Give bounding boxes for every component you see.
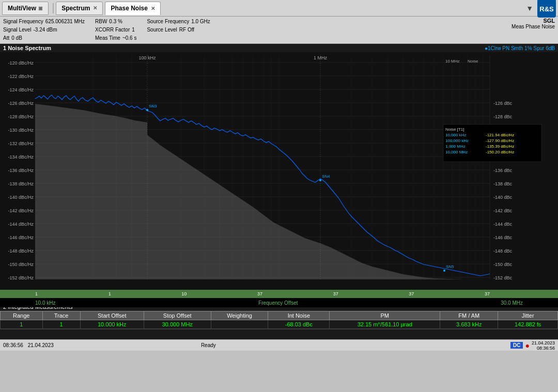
- svg-marker-81: [35, 104, 490, 279]
- tab-spectrum[interactable]: Spectrum ✕: [56, 2, 103, 15]
- tab-multiview[interactable]: MultiView ▣: [2, 2, 49, 15]
- svg-text:-127.90 dBc/Hz: -127.90 dBc/Hz: [486, 138, 514, 143]
- svg-text:-144 dBc/Hz: -144 dBc/Hz: [8, 222, 34, 227]
- svg-text:100 kHz: 100 kHz: [138, 55, 156, 60]
- svg-text:-152 dBc/Hz: -152 dBc/Hz: [8, 275, 34, 280]
- meas-time-label: Meas Time: [95, 34, 120, 42]
- meas-value-text: Phase Noise: [525, 24, 555, 29]
- svg-text:-126 dBc/Hz: -126 dBc/Hz: [8, 101, 34, 106]
- svg-text:-124 dBc/Hz: -124 dBc/Hz: [8, 87, 34, 92]
- info-col-mode: SGL Meas Phase Noise: [512, 18, 555, 29]
- meas-label-text: Meas: [512, 24, 524, 29]
- measurements-table: Range Trace Start Offset Stop Offset Wei…: [0, 311, 558, 329]
- xcorr-label: XCORR Factor: [95, 26, 130, 34]
- cell-fm-am: 3.683 kHz: [440, 320, 498, 329]
- svg-text:10,000 kHz: 10,000 kHz: [445, 133, 466, 137]
- bottom-date: 21.04.2023: [28, 342, 54, 348]
- empty-row-area: [0, 329, 558, 339]
- svg-text:-140 dBc/Hz: -140 dBc/Hz: [8, 195, 34, 200]
- trace-label: ●1Clrw PN Smth 1% Spur 6dB: [485, 45, 555, 51]
- tab-phase-noise-close[interactable]: ✕: [151, 6, 155, 11]
- freq-marker-37a: 37: [257, 291, 262, 296]
- dropdown-arrow[interactable]: ▼: [526, 4, 533, 12]
- svg-text:-138 dBc/Hz: -138 dBc/Hz: [8, 181, 34, 186]
- att-label: Att: [3, 34, 9, 42]
- freq-bar: 1 1 10 37 37 37 37: [0, 290, 558, 298]
- col-trace: Trace: [42, 311, 80, 320]
- svg-text:-138 dBc: -138 dBc: [493, 181, 513, 186]
- source-level-label: Source Level: [147, 26, 177, 34]
- tab-phase-noise[interactable]: Phase Noise ✕: [105, 2, 160, 15]
- tab-phase-noise-label: Phase Noise: [111, 5, 147, 12]
- cell-start-offset: 10.000 kHz: [80, 320, 144, 329]
- freq-marker-37c: 37: [409, 291, 414, 296]
- status-date: 21.04.2023: [532, 340, 555, 346]
- tab-spectrum-close[interactable]: ✕: [93, 5, 97, 11]
- xcorr-value: 1: [132, 26, 135, 34]
- cell-weighting: [211, 320, 268, 329]
- x-axis-start: 10.0 kHz: [35, 300, 55, 306]
- svg-point-85: [319, 179, 321, 181]
- chart-title-bar: 1 Noise Spectrum ●1Clrw PN Smth 1% Spur …: [0, 44, 558, 52]
- svg-text:-152 dBc: -152 dBc: [493, 275, 513, 280]
- tab-multiview-label: MultiView: [8, 5, 36, 12]
- cell-int-noise: -68.03 dBc: [268, 320, 330, 329]
- chart-container: 1 Noise Spectrum ●1Clrw PN Smth 1% Spur …: [0, 44, 558, 302]
- chart-title: 1 Noise Spectrum: [3, 45, 51, 51]
- signal-dot: ●: [525, 341, 529, 350]
- status-time: 08:36:56: [537, 346, 555, 351]
- signal-freq-label: Signal Frequency: [3, 18, 43, 26]
- x-axis-label: Frequency Offset: [258, 300, 298, 306]
- tab-divider: [53, 3, 54, 13]
- status-bar: 08:36:56 21.04.2023 Ready DC ● 21.04.202…: [0, 339, 558, 351]
- signal-level-value: -3.24 dBm: [33, 26, 57, 34]
- svg-text:SN4: SN4: [322, 174, 330, 179]
- svg-text:-142 dBc: -142 dBc: [493, 208, 513, 213]
- tab-bar: MultiView ▣ Spectrum ✕ Phase Noise ✕ ▼ R…: [0, 0, 558, 17]
- source-level-value: RF Off: [179, 26, 194, 34]
- svg-text:-126 dBc: -126 dBc: [493, 101, 513, 106]
- status-right: DC ● 21.04.2023 08:36:56: [510, 340, 555, 351]
- svg-text:10 MHz: 10 MHz: [445, 59, 460, 64]
- x-axis-end: 30.0 MHz: [501, 300, 523, 306]
- info-bar: Signal Frequency 625.006231 MHz Signal L…: [0, 17, 558, 44]
- info-col-rbw: RBW 0.3 % XCORR Factor 1 Meas Time ~0.6 …: [95, 18, 136, 42]
- source-freq-label: Source Frequency: [147, 18, 189, 26]
- freq-marker-1b: 1: [109, 291, 111, 296]
- svg-text:-120 dBc/Hz: -120 dBc/Hz: [8, 60, 34, 66]
- signal-level-label: Signal Level: [3, 26, 31, 34]
- chart-svg: -120 dBc/Hz -122 dBc/Hz -124 dBc/Hz -126…: [0, 52, 558, 290]
- cell-stop-offset: 30.000 MHz: [144, 320, 211, 329]
- signal-freq-value: 625.006231 MHz: [45, 18, 85, 26]
- status-datetime: 21.04.2023 08:36:56: [532, 340, 555, 351]
- rbw-value: 0.3 %: [109, 18, 122, 26]
- tab-spectrum-label: Spectrum: [61, 5, 90, 12]
- svg-text:-140 dBc: -140 dBc: [493, 195, 513, 200]
- col-fm-am: FM / AM: [440, 311, 498, 320]
- col-weighting: Weighting: [211, 311, 268, 320]
- svg-text:-144 dBc: -144 dBc: [493, 222, 513, 227]
- svg-text:-148 dBc/Hz: -148 dBc/Hz: [8, 248, 34, 254]
- svg-text:R&S: R&S: [539, 5, 554, 13]
- freq-bar-labels: 1 1 10 37 37 37 37: [35, 291, 490, 296]
- svg-text:-150 dBc: -150 dBc: [493, 262, 513, 267]
- col-int-noise: Int Noise: [268, 311, 330, 320]
- col-pm: PM: [330, 311, 440, 320]
- svg-text:-146 dBc: -146 dBc: [493, 235, 513, 240]
- info-col-source: Source Frequency 1.0 GHz Source Level RF…: [147, 18, 210, 34]
- svg-text:-122 dBc/Hz: -122 dBc/Hz: [8, 74, 34, 79]
- freq-marker-37b: 37: [333, 291, 338, 296]
- svg-text:-130 dBc/Hz: -130 dBc/Hz: [8, 128, 34, 133]
- rs-logo: R&S: [537, 0, 556, 18]
- measurements-section: 2 Integrated Measurements Range Trace St…: [0, 302, 558, 339]
- svg-text:SN3: SN3: [149, 104, 157, 108]
- svg-point-87: [443, 270, 445, 272]
- svg-text:-132 dBc/Hz: -132 dBc/Hz: [8, 141, 34, 146]
- freq-marker-37d: 37: [485, 291, 490, 296]
- svg-text:1 MHz: 1 MHz: [314, 55, 328, 60]
- svg-text:1,000 MHz: 1,000 MHz: [445, 144, 466, 149]
- svg-text:-146 dBc/Hz: -146 dBc/Hz: [8, 235, 34, 240]
- mode-label: SGL: [543, 18, 555, 24]
- dc-badge: DC: [510, 342, 523, 349]
- table-row: 1 1 10.000 kHz 30.000 MHz -68.03 dBc 32.…: [1, 320, 558, 329]
